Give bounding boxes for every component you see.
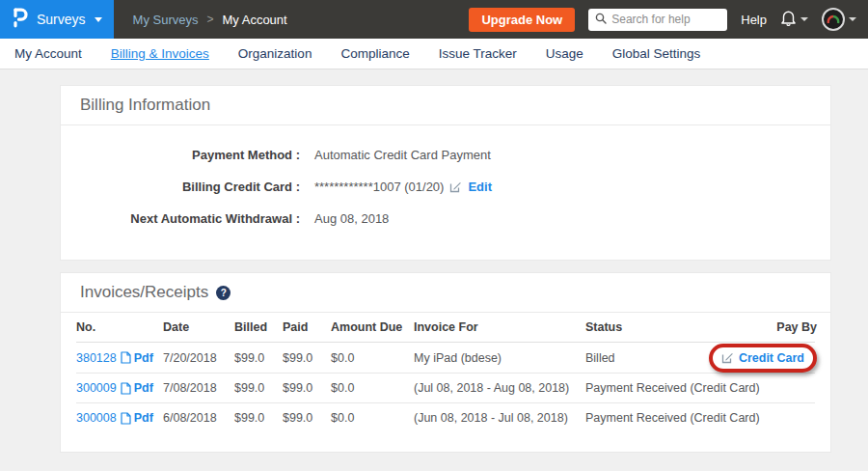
next-withdrawal-label: Next Automatic Withdrawal : (61, 211, 300, 226)
tab-global-settings[interactable]: Global Settings (598, 39, 716, 69)
invoice-status: Payment Received (Credit Card) (585, 381, 769, 395)
pdf-label: Pdf (134, 351, 153, 365)
questionpro-logo-icon (12, 7, 28, 32)
invoice-row-380128: 380128 Pdf 7/20/2018 $99.0 $99.0 $0.0 My… (76, 343, 815, 373)
billing-card-title: Billing Information (80, 96, 210, 115)
product-switcher[interactable]: Surveys (0, 0, 114, 39)
billing-credit-card-label: Billing Credit Card : (61, 180, 300, 194)
chevron-down-icon (849, 17, 856, 21)
edit-pencil-icon (449, 180, 462, 193)
payment-method-value: Automatic Credit Card Payment (314, 148, 491, 162)
pdf-link[interactable]: Pdf (121, 381, 153, 395)
invoice-amount-due: $0.0 (331, 381, 414, 395)
billing-credit-card-row: Billing Credit Card : ************1007 (… (61, 171, 830, 203)
invoices-table: No. Date Billed Paid Amount Due Invoice … (61, 313, 830, 452)
notifications-menu[interactable] (780, 9, 808, 30)
pay-by-credit-card-highlight[interactable]: Credit Card (709, 344, 817, 373)
invoice-for: (Jul 08, 2018 - Aug 08, 2018) (414, 381, 585, 395)
invoice-no-cell: 380128 Pdf (76, 351, 163, 365)
col-date: Date (163, 320, 234, 334)
invoice-date: 6/08/2018 (163, 411, 234, 425)
col-amount-due: Amount Due (331, 320, 414, 334)
billing-credit-card-value: ************1007 (01/20) Edit (314, 180, 492, 194)
invoice-for: My iPad (bdese) (414, 351, 585, 365)
invoice-status: Payment Received (Credit Card) (585, 411, 769, 425)
col-paid: Paid (283, 320, 331, 334)
account-menu[interactable] (822, 8, 856, 31)
pdf-document-icon (121, 351, 131, 364)
top-bar: Surveys My Surveys > My Account Upgrade … (0, 0, 868, 39)
pdf-link[interactable]: Pdf (121, 351, 153, 365)
col-billed: Billed (234, 320, 283, 334)
invoice-number-link[interactable]: 380128 (76, 351, 117, 365)
pdf-link[interactable]: Pdf (121, 411, 153, 425)
payment-method-label: Payment Method : (61, 148, 300, 162)
search-input[interactable] (611, 13, 718, 26)
product-name: Surveys (37, 12, 86, 27)
invoice-date: 7/20/2018 (163, 351, 234, 365)
invoice-row-300009: 300009 Pdf 7/08/2018 $99.0 $99.0 $0.0 (J… (76, 373, 815, 402)
magnifier-icon (595, 11, 607, 28)
invoices-receipts-card: Invoices/Receipts ? No. Date Billed Paid… (60, 272, 831, 453)
invoice-billed: $99.0 (234, 411, 283, 425)
tab-billing-invoices[interactable]: Billing & Invoices (96, 39, 224, 69)
billing-information-card: Billing Information Payment Method : Aut… (60, 85, 831, 261)
col-pay-by: Pay By (776, 320, 817, 334)
col-no: No. (76, 320, 163, 334)
next-withdrawal-value: Aug 08, 2018 (314, 211, 389, 226)
tab-my-account[interactable]: My Account (0, 39, 96, 69)
invoice-number-link[interactable]: 300008 (76, 411, 117, 425)
masked-card-number: ************1007 (01/20) (314, 180, 444, 194)
breadcrumb-my-surveys[interactable]: My Surveys (133, 13, 199, 27)
bell-icon (780, 9, 797, 30)
invoice-billed: $99.0 (234, 381, 283, 395)
invoices-card-header: Invoices/Receipts ? (61, 273, 830, 313)
avatar (822, 8, 845, 31)
invoice-row-300008: 300008 Pdf 6/08/2018 $99.0 $99.0 $0.0 (J… (76, 402, 815, 432)
help-link[interactable]: Help (741, 13, 767, 27)
topbar-actions: Upgrade Now Help (469, 8, 868, 32)
upgrade-now-button[interactable]: Upgrade Now (469, 8, 575, 32)
breadcrumb-separator-icon: > (206, 13, 213, 26)
invoices-table-header: No. Date Billed Paid Amount Due Invoice … (76, 313, 815, 343)
edit-pencil-icon (721, 351, 734, 364)
invoice-paid: $99.0 (283, 351, 331, 365)
invoice-for: (Jun 08, 2018 - Jul 08, 2018) (414, 411, 585, 425)
invoice-date: 7/08/2018 (163, 381, 234, 395)
pdf-document-icon (121, 412, 131, 425)
chevron-down-icon (800, 17, 808, 21)
tab-usage[interactable]: Usage (531, 39, 598, 69)
edit-card-link[interactable]: Edit (468, 180, 492, 194)
billing-card-body: Payment Method : Automatic Credit Card P… (61, 125, 830, 260)
invoice-paid: $99.0 (283, 411, 331, 425)
breadcrumb: My Surveys > My Account (133, 13, 287, 27)
billing-card-header: Billing Information (61, 86, 830, 125)
tab-issue-tracker[interactable]: Issue Tracker (424, 39, 531, 69)
invoice-number-link[interactable]: 300009 (76, 381, 117, 395)
pdf-label: Pdf (134, 411, 153, 425)
account-nav-tabs: My Account Billing & Invoices Organizati… (0, 39, 868, 69)
invoice-amount-due: $0.0 (331, 411, 414, 425)
question-mark-badge-icon[interactable]: ? (216, 286, 231, 300)
chevron-down-icon (95, 17, 102, 22)
tab-compliance[interactable]: Compliance (326, 39, 423, 69)
invoice-billed: $99.0 (234, 351, 283, 365)
invoice-no-cell: 300009 Pdf (76, 381, 163, 395)
col-invoice-for: Invoice For (414, 320, 585, 334)
next-withdrawal-row: Next Automatic Withdrawal : Aug 08, 2018 (61, 203, 830, 235)
payment-method-row: Payment Method : Automatic Credit Card P… (61, 139, 830, 171)
invoice-amount-due: $0.0 (331, 351, 414, 365)
breadcrumb-my-account: My Account (223, 13, 287, 27)
col-status: Status (585, 320, 769, 334)
pay-by-credit-card-link[interactable]: Credit Card (739, 351, 804, 365)
tab-organization[interactable]: Organization (224, 39, 327, 69)
invoice-no-cell: 300008 Pdf (76, 411, 163, 425)
help-search[interactable] (588, 9, 727, 31)
pdf-document-icon (121, 382, 131, 395)
pdf-label: Pdf (134, 381, 153, 395)
invoice-paid: $99.0 (283, 381, 331, 395)
pay-by-cell: Credit Card (709, 344, 817, 373)
invoices-card-title: Invoices/Receipts (80, 283, 208, 302)
